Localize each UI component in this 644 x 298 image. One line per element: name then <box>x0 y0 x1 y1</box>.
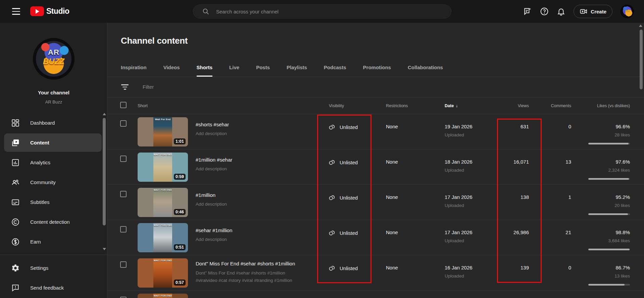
content-icon <box>11 138 20 147</box>
comments-cell: 0 <box>544 265 571 270</box>
search-input[interactable]: Search across your channel <box>193 4 451 18</box>
channel-avatar[interactable]: AR BUZZ <box>33 38 75 80</box>
sidebar-item-send-feedback[interactable]: Send feedback <box>0 278 107 298</box>
tab-posts[interactable]: Posts <box>256 59 270 77</box>
help-icon[interactable] <box>540 7 549 16</box>
tab-live[interactable]: Live <box>229 59 239 77</box>
subtitles-icon <box>11 198 20 207</box>
sidebar-item-earn[interactable]: Earn <box>0 232 107 252</box>
sidebar-item-subtitles[interactable]: Subtitles <box>0 192 107 212</box>
row-checkbox[interactable] <box>120 156 127 162</box>
sidebar-item-settings[interactable]: Settings <box>0 258 107 278</box>
sidebar-item-dashboard[interactable]: Dashboard <box>0 113 107 133</box>
filter-icon[interactable] <box>121 84 129 90</box>
short-title[interactable]: #sehar #1million <box>196 227 232 233</box>
dashboard-icon <box>11 119 20 127</box>
row-checkbox[interactable] <box>120 226 127 232</box>
visibility-cell[interactable]: Unlisted <box>328 159 358 166</box>
filter-input[interactable]: Filter <box>143 84 154 90</box>
tab-videos[interactable]: Videos <box>163 59 180 77</box>
header-restrictions[interactable]: Restrictions <box>386 103 408 108</box>
short-thumbnail[interactable]: WAIT FOR END 0:59 <box>138 153 188 182</box>
sidebar-scroll-down-arrow[interactable] <box>103 248 106 250</box>
likes-ratio-bar <box>588 213 630 215</box>
create-button[interactable]: Create <box>574 5 612 18</box>
visibility-cell[interactable]: Unlisted <box>328 194 358 201</box>
duration-badge: 0:51 <box>174 244 186 250</box>
header-comments[interactable]: Comments <box>544 103 571 108</box>
short-thumbnail[interactable]: Wait For End 1:01 <box>138 117 188 146</box>
feedback-icon <box>11 284 20 292</box>
row-checkbox[interactable] <box>120 191 127 197</box>
sidebar: AR BUZZ Your channel AR Buzz Dashboard C… <box>0 23 107 298</box>
row-checkbox[interactable] <box>120 120 127 127</box>
short-thumbnail[interactable]: WAIT FOR END 0:51 <box>138 223 188 252</box>
short-title[interactable]: #shorts #sehar <box>196 122 229 127</box>
table-header: Short Visibility Restrictions Date↓ View… <box>107 97 644 114</box>
header-short[interactable]: Short <box>138 103 148 108</box>
unlisted-link-icon <box>328 159 336 166</box>
short-thumbnail[interactable]: WAIT FOR END <box>138 294 188 298</box>
dollar-icon <box>11 238 20 246</box>
menu-icon[interactable] <box>12 8 20 15</box>
restrictions-cell: None <box>386 159 398 165</box>
community-icon <box>11 178 20 187</box>
topbar-actions: Create AR <box>523 0 644 23</box>
short-description[interactable]: Add description <box>196 236 227 243</box>
studio-logo[interactable]: Studio <box>30 6 69 16</box>
page-scrollbar[interactable] <box>640 30 643 89</box>
likes-count: 20 likes <box>577 203 630 208</box>
tab-collaborations[interactable]: Collaborations <box>408 59 443 77</box>
sidebar-item-analytics[interactable]: Analytics <box>0 153 107 172</box>
short-description[interactable]: Dont" Miss For End #sehar #shorts #1mill… <box>196 269 292 284</box>
tab-playlists[interactable]: Playlists <box>287 59 307 77</box>
header-date-sorted[interactable]: Date↓ <box>445 103 458 108</box>
short-title[interactable]: Dont" Miss For End #sehar #shorts #1mill… <box>196 261 295 266</box>
header-visibility[interactable]: Visibility <box>329 103 344 108</box>
settings-gear-icon <box>11 264 20 272</box>
short-title[interactable]: #1million <box>196 192 215 198</box>
tab-podcasts[interactable]: Podcasts <box>324 59 346 77</box>
select-all-checkbox[interactable] <box>120 102 127 108</box>
account-avatar[interactable]: AR <box>621 5 634 18</box>
short-description[interactable]: Add description <box>196 130 227 137</box>
row-checkbox[interactable] <box>120 261 127 268</box>
table-row: WAIT FOR END 0:57 Dont" Miss For End #se… <box>107 255 644 291</box>
avatar-text-bottom: BUZZ <box>33 57 75 66</box>
restrictions-cell: None <box>386 194 398 200</box>
visibility-cell[interactable]: Unlisted <box>328 123 358 131</box>
short-title[interactable]: #1million #sehar <box>196 157 232 163</box>
views-cell: 631 <box>497 124 529 129</box>
youtube-play-icon <box>30 6 44 16</box>
likes-percent: 96.6% <box>577 124 630 129</box>
header-views[interactable]: Views <box>497 103 529 108</box>
date-cell: 16 Jan 2026 <box>445 265 473 270</box>
studio-logo-text: Studio <box>46 7 69 16</box>
sidebar-divider <box>0 255 107 255</box>
whats-new-icon[interactable] <box>523 7 532 16</box>
short-description[interactable]: Add description <box>196 165 227 173</box>
sidebar-item-content-detection[interactable]: Content detection <box>0 212 107 232</box>
short-thumbnail[interactable]: WAIT FOR END 0:57 <box>138 258 188 288</box>
short-description[interactable]: Add description <box>196 201 227 208</box>
date-cell: 17 Jan 2026 <box>445 229 473 235</box>
sidebar-scroll-up-arrow[interactable] <box>103 113 106 115</box>
notifications-bell-icon[interactable] <box>557 7 565 16</box>
sidebar-item-content[interactable]: Content <box>0 133 107 153</box>
tab-promotions[interactable]: Promotions <box>363 59 391 77</box>
table-row: WAIT FOR END 0:51 #sehar #1million Add d… <box>107 220 644 255</box>
tab-shorts[interactable]: Shorts <box>197 59 213 77</box>
short-thumbnail[interactable]: WAIT FOR END 0:46 <box>138 188 188 217</box>
create-video-icon <box>580 7 588 15</box>
page-scroll-up-arrow[interactable] <box>639 25 642 27</box>
row-checkbox[interactable] <box>120 297 127 298</box>
visibility-cell[interactable]: Unlisted <box>328 229 358 237</box>
sidebar-item-community[interactable]: Community <box>0 172 107 192</box>
table-row: WAIT FOR END <box>107 291 644 298</box>
sidebar-scrollbar[interactable] <box>103 118 106 225</box>
header-likes[interactable]: Likes (vs dislikes) <box>577 103 630 108</box>
search-placeholder: Search across your channel <box>216 9 279 14</box>
visibility-cell[interactable]: Unlisted <box>328 264 358 272</box>
likes-percent: 97.6% <box>577 159 630 165</box>
tab-inspiration[interactable]: Inspiration <box>121 59 147 77</box>
